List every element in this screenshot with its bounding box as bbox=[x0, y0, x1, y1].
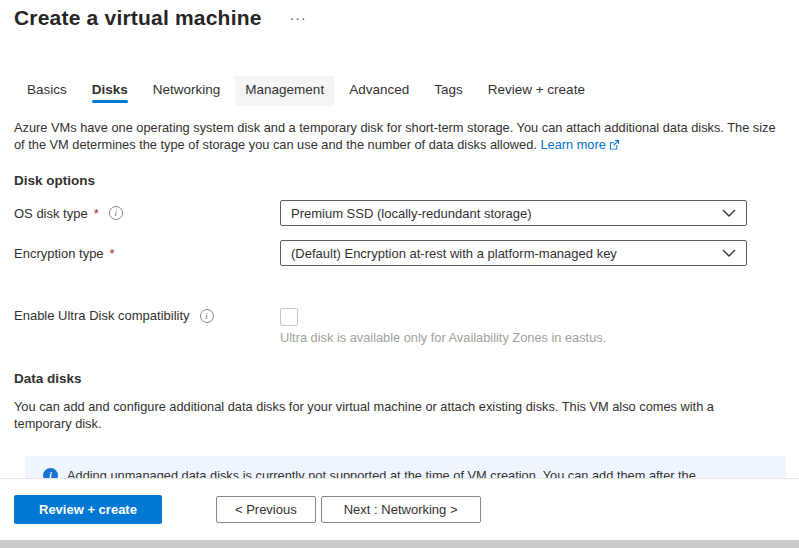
ultra-disk-row: Enable Ultra Disk compatibility i Ultra … bbox=[0, 308, 799, 345]
data-disks-description: You can add and configure additional dat… bbox=[0, 386, 790, 432]
tab-disks[interactable]: Disks bbox=[92, 76, 128, 106]
tab-advanced[interactable]: Advanced bbox=[349, 76, 409, 106]
next-networking-button[interactable]: Next : Networking > bbox=[321, 496, 481, 523]
ultra-disk-label: Enable Ultra Disk compatibility bbox=[14, 308, 190, 323]
tab-networking-label: Networking bbox=[153, 82, 221, 97]
tab-management-label: Management bbox=[245, 82, 324, 97]
tab-review-create[interactable]: Review + create bbox=[488, 76, 585, 106]
wizard-tabs: Basics Disks Networking Management Advan… bbox=[0, 30, 799, 106]
tab-networking[interactable]: Networking bbox=[153, 76, 221, 106]
create-vm-page: Create a virtual machine ··· Basics Disk… bbox=[0, 0, 799, 548]
learn-more-label: Learn more bbox=[540, 137, 605, 152]
ultra-disk-helper-text: Ultra disk is available only for Availab… bbox=[280, 330, 747, 345]
bottom-scrollbar-track[interactable] bbox=[0, 540, 799, 548]
encryption-type-dropdown[interactable]: (Default) Encryption at-rest with a plat… bbox=[280, 240, 747, 266]
os-disk-type-dropdown[interactable]: Premium SSD (locally-redundant storage) bbox=[280, 200, 747, 226]
ultra-disk-info-icon[interactable]: i bbox=[200, 309, 214, 323]
tab-basics[interactable]: Basics bbox=[27, 76, 67, 106]
ultra-disk-control: Ultra disk is available only for Availab… bbox=[280, 308, 747, 345]
external-link-icon bbox=[609, 139, 620, 150]
ultra-disk-checkbox[interactable] bbox=[280, 308, 298, 326]
tab-advanced-label: Advanced bbox=[349, 82, 409, 97]
encryption-type-label: Encryption type bbox=[14, 246, 104, 261]
more-menu-icon[interactable]: ··· bbox=[290, 10, 307, 26]
encryption-type-value: (Default) Encryption at-rest with a plat… bbox=[291, 246, 617, 261]
tab-basics-label: Basics bbox=[27, 82, 67, 97]
previous-button[interactable]: < Previous bbox=[216, 496, 316, 523]
disk-options-heading: Disk options bbox=[0, 153, 799, 188]
chevron-down-icon bbox=[722, 248, 736, 258]
os-disk-type-label-group: OS disk type * i bbox=[14, 206, 280, 221]
tab-tags[interactable]: Tags bbox=[434, 76, 463, 106]
os-disk-type-row: OS disk type * i Premium SSD (locally-re… bbox=[0, 200, 799, 226]
encryption-type-label-group: Encryption type * bbox=[14, 246, 280, 261]
chevron-down-icon bbox=[722, 208, 736, 218]
page-header: Create a virtual machine ··· bbox=[0, 0, 799, 30]
os-disk-type-value: Premium SSD (locally-redundant storage) bbox=[291, 206, 532, 221]
tab-review-create-label: Review + create bbox=[488, 82, 585, 97]
wizard-footer: Review + create < Previous Next : Networ… bbox=[0, 478, 799, 540]
ultra-disk-label-group: Enable Ultra Disk compatibility i bbox=[14, 308, 280, 323]
intro-paragraph: Azure VMs have one operating system disk… bbox=[0, 106, 790, 153]
tab-tags-label: Tags bbox=[434, 82, 463, 97]
page-title: Create a virtual machine bbox=[14, 6, 262, 30]
required-asterisk: * bbox=[110, 246, 115, 261]
encryption-type-row: Encryption type * (Default) Encryption a… bbox=[0, 240, 799, 266]
os-disk-type-label: OS disk type bbox=[14, 206, 88, 221]
tab-management[interactable]: Management bbox=[235, 76, 334, 106]
review-create-button[interactable]: Review + create bbox=[14, 495, 162, 524]
intro-text: Azure VMs have one operating system disk… bbox=[14, 120, 776, 152]
tab-disks-label: Disks bbox=[92, 82, 128, 97]
data-disks-heading: Data disks bbox=[0, 345, 799, 386]
required-asterisk: * bbox=[94, 206, 99, 221]
os-disk-type-info-icon[interactable]: i bbox=[109, 206, 123, 220]
learn-more-link[interactable]: Learn more bbox=[540, 137, 619, 152]
